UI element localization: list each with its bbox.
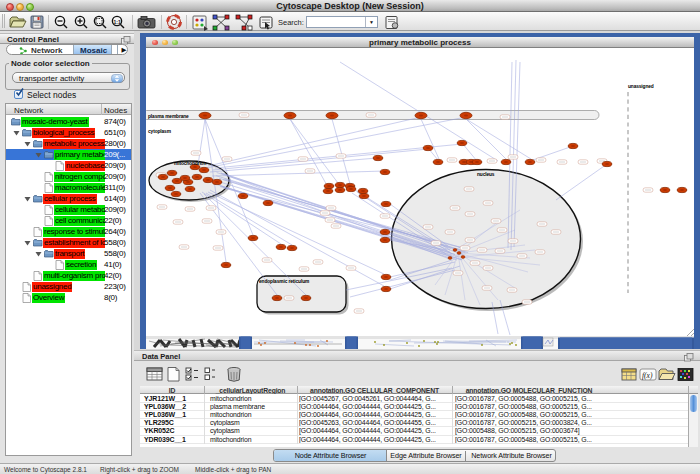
svg-text:endoplasmic reticulum: endoplasmic reticulum bbox=[259, 279, 309, 284]
svg-text:1:1: 1:1 bbox=[114, 19, 121, 25]
svg-text:nucleus: nucleus bbox=[477, 172, 495, 177]
svg-text:plasma membrane: plasma membrane bbox=[148, 114, 189, 119]
svg-text:unassigned: unassigned bbox=[628, 84, 654, 89]
svg-text:mitochondrion: mitochondrion bbox=[174, 161, 206, 166]
svg-text:cytoplasm: cytoplasm bbox=[148, 129, 171, 134]
svg-text:f(x): f(x) bbox=[642, 371, 653, 380]
